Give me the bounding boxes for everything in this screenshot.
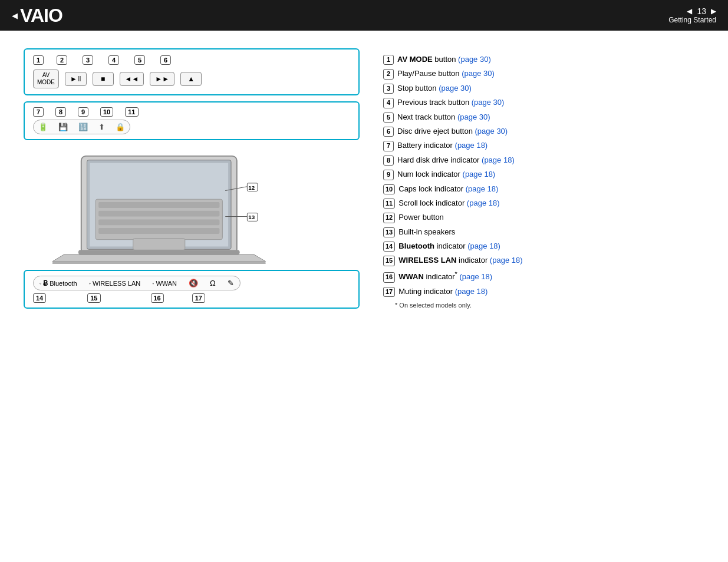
wlan-dot: ◦ <box>89 280 91 286</box>
ref-num-15: 15 <box>383 256 395 266</box>
logo-text: VAIO <box>20 5 62 27</box>
ref-text-8: Hard disk drive indicator (page 18) <box>397 155 515 166</box>
ref-text-17: Muting indicator (page 18) <box>398 286 487 297</box>
ref-num-11: 11 <box>383 199 395 209</box>
play-pause-button: ►II <box>65 72 87 86</box>
ref-num-9: 9 <box>383 170 394 180</box>
wwan-label: WWAN <box>156 280 177 287</box>
ref-text-10: Caps lock indicator (page 18) <box>398 184 498 194</box>
ref-link-9[interactable]: (page 18) <box>463 170 496 178</box>
ref-link-6[interactable]: (page 30) <box>475 127 508 135</box>
ref-link-3[interactable]: (page 30) <box>439 84 472 92</box>
eject-button: ▲ <box>180 72 202 86</box>
wireless-box: ◦ Ƀ Bluetooth ◦ WIRELESS LAN ◦ WWAN 🔇 Ω <box>24 270 360 309</box>
svg-rect-9 <box>78 250 240 254</box>
headphone-indicator: Ω <box>210 279 216 287</box>
ref-item-6: 6 Disc drive eject button (page 30) <box>383 126 704 137</box>
media-buttons-container: AVMODE ►II ■ ◄◄ ►► ▲ <box>33 70 350 88</box>
ref-text-2: Play/Pause button (page 30) <box>397 68 495 79</box>
ref-text-6: Disc drive eject button (page 30) <box>397 126 508 137</box>
btn-num-6: 6 <box>160 55 171 65</box>
ref-item-5: 5 Next track button (page 30) <box>383 112 704 123</box>
logo-arrow-left: ◀ <box>12 11 18 20</box>
ref-item-10: 10 Caps lock indicator (page 18) <box>383 184 704 194</box>
headphone-icon: Ω <box>210 279 216 287</box>
ref-item-14: 14 Bluetooth indicator (page 18) <box>383 241 704 252</box>
ref-link-10[interactable]: (page 18) <box>466 184 499 193</box>
ref-item-3: 3 Stop button (page 30) <box>383 83 704 94</box>
ref-num-12: 12 <box>383 213 395 223</box>
ref-link-7[interactable]: (page 18) <box>455 141 488 150</box>
bluetooth-label: Bluetooth <box>50 280 77 287</box>
svg-rect-4 <box>98 202 219 208</box>
numlock-icon: 🔢 <box>78 123 88 131</box>
ref-item-4: 4 Previous track button (page 30) <box>383 97 704 108</box>
laptop-svg: 12 13 <box>24 146 283 264</box>
hdd-icon: 💾 <box>58 123 68 131</box>
next-track-button: ►► <box>150 72 174 86</box>
ref-text-11: Scroll lock indicator (page 18) <box>398 198 499 209</box>
battery-icon: 🔋 <box>38 123 48 131</box>
ref-link-8[interactable]: (page 18) <box>482 156 515 164</box>
ref-link-5[interactable]: (page 30) <box>457 113 490 121</box>
ref-text-9: Num lock indicator (page 18) <box>397 169 495 180</box>
ind-num-8: 8 <box>55 107 66 117</box>
wireless-lan-indicator: ◦ WIRELESS LAN <box>89 280 141 287</box>
ref-link-1[interactable]: (page 30) <box>458 55 491 64</box>
ref-link-17[interactable]: (page 18) <box>455 287 488 296</box>
ref-num-3: 3 <box>383 84 394 94</box>
ref-item-8: 8 Hard disk drive indicator (page 18) <box>383 155 704 166</box>
ref-num-17: 17 <box>383 287 395 297</box>
ref-num-4: 4 <box>383 98 394 108</box>
scrolllock-icon: 🔒 <box>116 123 125 131</box>
wwan-indicator: ◦ WWAN <box>152 280 177 287</box>
ref-item-13: 13 Built-in speakers <box>383 227 704 237</box>
ref-text-15: WIRELESS LAN indicator (page 18) <box>398 255 522 266</box>
ref-num-8: 8 <box>383 156 394 166</box>
capslock-icon: ⬆ <box>98 123 105 131</box>
ref-item-17: 17 Muting indicator (page 18) <box>383 286 704 297</box>
next-page-arrow[interactable]: ▶ <box>711 7 716 15</box>
wireless-num-16: 16 <box>151 293 164 303</box>
btn-num-5: 5 <box>134 55 145 65</box>
ref-link-2[interactable]: (page 30) <box>462 69 495 78</box>
ref-text-4: Previous track button (page 30) <box>397 97 504 108</box>
ref-num-10: 10 <box>383 184 395 194</box>
svg-rect-7 <box>98 228 219 234</box>
section-title: Getting Started <box>668 16 716 24</box>
svg-text:13: 13 <box>248 214 255 220</box>
ref-num-16: 16 <box>383 272 395 282</box>
ref-link-11[interactable]: (page 18) <box>467 199 500 207</box>
indicators-box: 7 8 9 10 11 🔋 💾 🔢 ⬆ 🔒 <box>24 101 360 140</box>
ind-num-10: 10 <box>100 107 113 117</box>
ref-link-14[interactable]: (page 18) <box>467 242 500 250</box>
svg-rect-8 <box>133 239 185 250</box>
btn-num-4: 4 <box>108 55 119 65</box>
ind-num-9: 9 <box>78 107 88 117</box>
prev-page-arrow[interactable]: ◀ <box>687 7 692 15</box>
stop-button: ■ <box>93 72 114 86</box>
ind-num-11: 11 <box>125 107 138 117</box>
ref-item-2: 2 Play/Pause button (page 30) <box>383 68 704 79</box>
ref-text-1: AV MODE button (page 30) <box>397 54 491 65</box>
ref-link-16[interactable]: (page 18) <box>459 272 492 281</box>
ref-item-1: 1 AV MODE button (page 30) <box>383 54 704 65</box>
ref-link-4[interactable]: (page 30) <box>472 98 505 107</box>
bluetooth-indicator: ◦ Ƀ Bluetooth <box>39 279 77 287</box>
svg-rect-5 <box>98 211 219 217</box>
mute-icon: 🔇 <box>189 279 198 287</box>
wlan-label: WIRELESS LAN <box>93 280 140 287</box>
footnote: * On selected models only. <box>383 302 704 309</box>
svg-text:12: 12 <box>248 184 255 191</box>
ref-text-13: Built-in speakers <box>398 227 455 237</box>
ind-num-7: 7 <box>33 107 44 117</box>
top-buttons-box: 1 2 3 4 5 6 AVMODE ►II ■ ◄◄ ►► ▲ <box>24 48 360 95</box>
wwan-dot: ◦ <box>152 280 154 286</box>
ref-num-13: 13 <box>383 227 395 237</box>
btn-num-2: 2 <box>57 55 67 65</box>
ref-link-15[interactable]: (page 18) <box>490 256 523 265</box>
indicator-icons-row: 🔋 💾 🔢 ⬆ 🔒 <box>33 120 130 134</box>
ref-item-9: 9 Num lock indicator (page 18) <box>383 169 704 180</box>
mute-indicator: 🔇 <box>189 279 198 287</box>
ref-num-2: 2 <box>383 69 394 79</box>
